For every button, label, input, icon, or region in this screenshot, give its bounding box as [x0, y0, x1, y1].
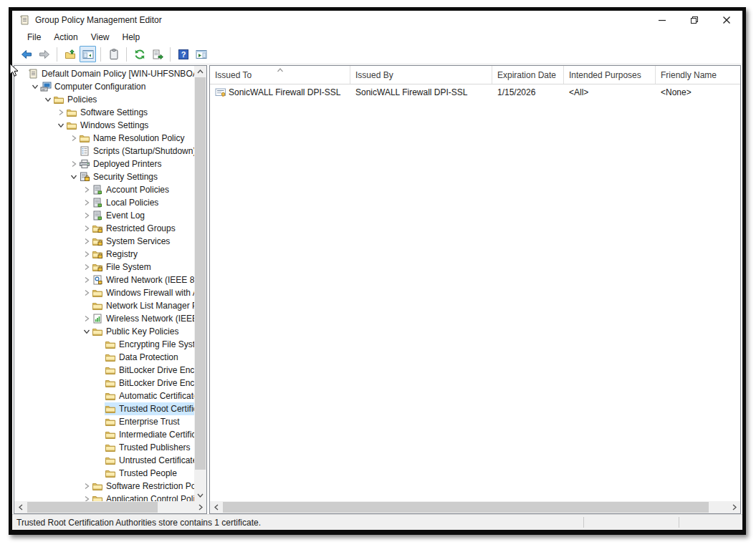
restore-icon	[690, 16, 699, 24]
tree-item-body: Software Settings	[66, 106, 194, 119]
menu-help[interactable]: Help	[116, 31, 147, 44]
tree-item-enterprise-trust[interactable]: Enterprise Trust	[14, 415, 194, 428]
tree-item-public-key-policies[interactable]: Public Key Policies	[14, 325, 194, 338]
tree-item-software-restriction-polic[interactable]: Software Restriction Polic	[14, 480, 194, 493]
export-list-icon	[152, 49, 163, 60]
tree-item-bitlocker-drive-encryption[interactable]: BitLocker Drive Encryption	[14, 377, 194, 389]
chevron-right-icon[interactable]	[82, 481, 92, 491]
tree-item-deployed-printers[interactable]: Deployed Printers	[14, 158, 194, 170]
chevron-right-icon[interactable]	[82, 275, 92, 285]
tree-item-windows-settings[interactable]: Windows Settings	[14, 119, 194, 132]
tree-item-body: Registry	[92, 248, 194, 261]
tree-item-trusted-publishers[interactable]: Trusted Publishers	[14, 441, 194, 454]
tree-item-name-resolution-policy[interactable]: Name Resolution Policy	[14, 132, 194, 145]
scroll-right-icon[interactable]	[194, 501, 206, 513]
tree-item-restricted-groups[interactable]: Restricted Groups	[14, 222, 194, 235]
list-hscroll-thumb[interactable]	[223, 502, 709, 513]
chevron-right-icon[interactable]	[82, 494, 92, 501]
tree-item-automatic-certificate-req[interactable]: Automatic Certificate Req	[14, 389, 194, 402]
chevron-right-icon[interactable]	[69, 133, 79, 143]
refresh-button[interactable]	[131, 46, 148, 62]
chevron-right-icon[interactable]	[69, 159, 79, 169]
list-horizontal-scrollbar[interactable]	[210, 501, 740, 513]
chevron-down-icon[interactable]	[69, 172, 79, 182]
tree-item-data-protection[interactable]: Data Protection	[14, 351, 194, 364]
column-header-intended-purposes[interactable]: Intended Purposes	[564, 66, 656, 84]
export-list-button[interactable]	[149, 46, 166, 62]
tree-item-label: Software Settings	[80, 107, 194, 117]
tree-item-untrusted-certificates[interactable]: Untrusted Certificates	[14, 454, 194, 467]
tree-item-label: Untrusted Certificates	[119, 455, 194, 465]
scroll-down-icon[interactable]	[194, 490, 206, 501]
tree-item-application-control-polici[interactable]: Application Control Polici	[14, 493, 194, 501]
chevron-right-icon[interactable]	[82, 288, 92, 298]
tree-horizontal-scrollbar[interactable]	[14, 501, 206, 513]
tree-item-body: Software Restriction Polic	[92, 480, 194, 493]
chevron-right-icon[interactable]	[82, 262, 92, 272]
tree-item-local-policies[interactable]: Local Policies	[14, 196, 194, 209]
tree-item-trusted-root-certification[interactable]: Trusted Root Certification	[14, 402, 194, 415]
clipboard-button[interactable]	[105, 46, 122, 62]
tree-item-policies[interactable]: Policies	[14, 93, 194, 106]
chevron-right-icon[interactable]	[82, 236, 92, 246]
tree-item-computer-configuration[interactable]: Computer Configuration	[14, 80, 194, 93]
tree-item-encrypting-file-system[interactable]: Encrypting File System	[14, 338, 194, 351]
column-header-issued-by[interactable]: Issued By	[350, 66, 492, 84]
tree-item-wired-network-ieee-802[interactable]: Wired Network (IEEE 802.	[14, 274, 194, 286]
column-header-friendly-name[interactable]: Friendly Name	[656, 66, 740, 84]
scroll-left-icon[interactable]	[210, 501, 222, 513]
tree-item-system-services[interactable]: System Services	[14, 235, 194, 248]
menubar: FileActionViewHelp	[12, 29, 742, 44]
tree-item-scripts-startup-shutdown[interactable]: Scripts (Startup/Shutdown)	[14, 145, 194, 158]
chevron-right-icon[interactable]	[82, 314, 92, 324]
restore-button[interactable]	[678, 11, 710, 29]
tree-item-trusted-people[interactable]: Trusted People	[14, 467, 194, 480]
tree-item-software-settings[interactable]: Software Settings	[14, 106, 194, 119]
tree-item-default-domain-policy-win-uhfsnboaai[interactable]: Default Domain Policy [WIN-UHFSNBOAAI	[14, 67, 194, 80]
folder-lock-icon	[92, 261, 103, 273]
tree-item-security-settings[interactable]: Security Settings	[14, 170, 194, 183]
scroll-up-icon[interactable]	[194, 66, 206, 77]
scroll-left-icon[interactable]	[14, 501, 27, 513]
scroll-right-icon[interactable]	[728, 501, 740, 513]
back-button[interactable]	[18, 46, 34, 62]
help-button[interactable]: ?	[175, 46, 191, 62]
tree-item-account-policies[interactable]: Account Policies	[14, 183, 194, 196]
chevron-down-icon[interactable]	[43, 95, 53, 105]
tree-hscroll-thumb[interactable]	[27, 502, 158, 513]
menu-action[interactable]: Action	[47, 31, 84, 44]
chevron-down-icon[interactable]	[30, 82, 40, 92]
chevron-down-icon[interactable]	[82, 326, 92, 337]
tree-item-registry[interactable]: Registry	[14, 248, 194, 261]
column-header-expiration-date[interactable]: Expiration Date	[492, 66, 564, 84]
chevron-right-icon[interactable]	[82, 223, 92, 233]
tree-item-event-log[interactable]: Event Log	[14, 209, 194, 222]
up-one-level-button[interactable]	[62, 46, 78, 62]
tree-vscroll-thumb[interactable]	[195, 77, 206, 470]
tree-item-intermediate-certification[interactable]: Intermediate Certification	[14, 428, 194, 441]
tree-item-windows-firewall-with-adv[interactable]: Windows Firewall with Adv	[14, 286, 194, 299]
close-button[interactable]	[710, 11, 742, 29]
chevron-right-icon[interactable]	[56, 107, 66, 117]
chevron-right-icon[interactable]	[82, 198, 92, 208]
menu-view[interactable]: View	[85, 31, 116, 44]
tree-item-label: Scripts (Startup/Shutdown)	[93, 146, 194, 156]
chevron-right-icon[interactable]	[82, 185, 92, 195]
tree-vertical-scrollbar[interactable]	[194, 66, 206, 501]
chevron-down-icon[interactable]	[56, 120, 66, 130]
minimize-button[interactable]	[646, 11, 678, 29]
forward-button[interactable]	[36, 46, 52, 62]
menu-file[interactable]: File	[21, 31, 47, 44]
table-row[interactable]: SonicWALL Firewall DPI-SSLSonicWALL Fire…	[210, 85, 740, 99]
tree-item-file-system[interactable]: File System	[14, 261, 194, 274]
tree-item-wireless-network-ieee-80[interactable]: Wireless Network (IEEE 80	[14, 312, 194, 325]
show-action-pane-button[interactable]	[193, 46, 209, 62]
chevron-right-icon[interactable]	[82, 210, 92, 221]
svg-text:?: ?	[181, 50, 186, 59]
chevron-right-icon[interactable]	[82, 249, 92, 259]
tree-item-bitlocker-drive-encryption[interactable]: BitLocker Drive Encryption	[14, 364, 194, 377]
tree-item-network-list-manager-pol[interactable]: Network List Manager Pol	[14, 299, 194, 312]
tree-item-label: Trusted Publishers	[119, 442, 194, 452]
column-header-issued-to[interactable]: Issued To	[210, 66, 350, 84]
show-console-tree-button[interactable]	[80, 46, 96, 62]
